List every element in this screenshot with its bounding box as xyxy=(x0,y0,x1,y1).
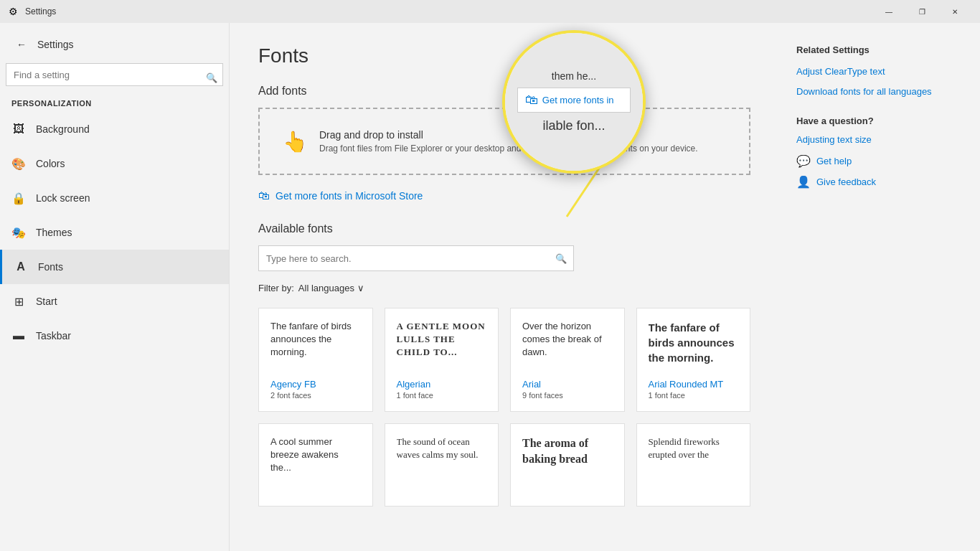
store-link-text: Get more fonts in Microsoft Store xyxy=(275,190,423,202)
sidebar-item-fonts[interactable]: A Fonts xyxy=(0,250,229,284)
font-card-arial-rounded[interactable]: The fanfare of birds announces the morni… xyxy=(636,308,751,412)
lock-icon: 🔒 xyxy=(11,191,26,205)
magnifier-line1: them he... xyxy=(552,70,596,82)
sidebar-item-taskbar[interactable]: ▬ Taskbar xyxy=(0,319,229,353)
give-feedback-icon: 👤 xyxy=(796,175,811,189)
give-feedback-item[interactable]: 👤 Give feedback xyxy=(796,175,963,189)
store-link[interactable]: 🛍 Get more fonts in Microsoft Store xyxy=(258,189,750,202)
app-container: ← Settings 🔍 Personalization 🖼 Backgroun… xyxy=(0,23,980,551)
font-card-agency-fb[interactable]: The fanfare of birds announces the morni… xyxy=(258,308,373,412)
back-button[interactable]: ← xyxy=(11,34,32,55)
settings-app-icon: ⚙ xyxy=(9,6,18,17)
font-card-row2-2[interactable]: The sound of ocean waves calms my soul. xyxy=(385,423,499,507)
adjust-cleartype-link[interactable]: Adjust ClearType text xyxy=(796,65,963,78)
sidebar-item-label: Background xyxy=(36,123,90,135)
sidebar-item-label: Fonts xyxy=(38,261,63,273)
adjusting-text-size-link[interactable]: Adjusting text size xyxy=(796,133,963,146)
sidebar-item-label: Start xyxy=(36,296,57,307)
title-bar: ⚙ Settings — ❐ ✕ xyxy=(0,0,980,23)
font-name-arial-rounded: Arial Rounded MT xyxy=(649,379,739,390)
sidebar-item-label: Lock screen xyxy=(36,192,90,204)
sidebar-item-colors[interactable]: 🎨 Colors xyxy=(0,146,229,181)
right-panel: Related Settings Adjust ClearType text D… xyxy=(779,23,980,551)
fonts-search-input[interactable] xyxy=(258,245,574,271)
search-input[interactable] xyxy=(6,63,223,86)
magnifier-content: them he... 🛍 Get more fonts in ilable fo… xyxy=(505,33,643,171)
font-faces-agency-fb: 2 font faces xyxy=(270,391,361,400)
font-card-row2-3[interactable]: The aroma of baking bread xyxy=(510,423,625,507)
search-box-container: 🔍 xyxy=(0,63,229,92)
font-name-arial: Arial xyxy=(522,379,613,390)
get-help-item[interactable]: 💬 Get help xyxy=(796,154,963,168)
fonts-search-container: 🔍 xyxy=(258,245,574,271)
sidebar-item-label: Colors xyxy=(36,158,65,169)
minimize-button[interactable]: — xyxy=(872,0,905,23)
sidebar-item-themes[interactable]: 🎭 Themes xyxy=(0,215,229,250)
drag-drop-icon: 👆 xyxy=(283,130,308,154)
get-help-label: Get help xyxy=(816,156,852,166)
download-fonts-link[interactable]: Download fonts for all languages xyxy=(796,85,963,98)
magnifier-line2: ilable fon... xyxy=(542,118,605,133)
fonts-icon: A xyxy=(14,260,28,274)
font-card-row2-1[interactable]: A cool summer breeze awakens the... xyxy=(258,423,373,507)
back-icon: ← xyxy=(17,39,27,50)
page-title: Fonts xyxy=(258,44,750,67)
title-bar-title: Settings xyxy=(25,6,56,17)
font-faces-algerian: 1 font face xyxy=(397,391,487,400)
sidebar-item-background[interactable]: 🖼 Background xyxy=(0,112,229,146)
font-faces-arial-rounded: 1 font face xyxy=(649,391,739,400)
drag-drop-sub-text: Drag font files from File Explorer or yo… xyxy=(319,143,698,154)
filter-dropdown[interactable]: All languages ∨ xyxy=(298,283,364,293)
font-card-arial[interactable]: Over the horizon comes the break of dawn… xyxy=(510,308,625,412)
font-preview-algerian: A GENTLE MOON LULLS THE CHILD TO... xyxy=(397,320,487,370)
magnifier-store-icon: 🛍 xyxy=(525,93,538,108)
font-preview-agency-fb: The fanfare of birds announces the morni… xyxy=(270,320,361,370)
font-preview-arial: Over the horizon comes the break of dawn… xyxy=(522,320,613,370)
font-card-algerian[interactable]: A GENTLE MOON LULLS THE CHILD TO... Alge… xyxy=(385,308,499,412)
chevron-down-icon: ∨ xyxy=(357,283,364,293)
font-name-algerian: Algerian xyxy=(397,379,487,390)
sidebar-item-start[interactable]: ⊞ Start xyxy=(0,284,229,319)
fonts-grid: The fanfare of birds announces the morni… xyxy=(258,308,750,507)
filter-row: Filter by: All languages ∨ xyxy=(258,283,750,293)
background-icon: 🖼 xyxy=(11,122,26,136)
font-preview-arial-rounded: The fanfare of birds announces the morni… xyxy=(649,320,739,370)
sidebar-item-lock-screen[interactable]: 🔒 Lock screen xyxy=(0,181,229,215)
maximize-button[interactable]: ❐ xyxy=(905,0,938,23)
font-preview-row2-1: A cool summer breeze awakens the... xyxy=(270,435,361,486)
available-fonts-title: Available fonts xyxy=(258,222,750,235)
magnifier-store-text: Get more fonts in xyxy=(542,95,614,105)
font-preview-row2-4: Splendid fireworks erupted over the xyxy=(649,435,739,486)
font-faces-arial: 9 font faces xyxy=(522,391,613,400)
personalization-label: Personalization xyxy=(0,92,229,112)
colors-icon: 🎨 xyxy=(11,156,26,171)
title-bar-left: ⚙ Settings xyxy=(9,6,56,17)
filter-label: Filter by: xyxy=(258,283,294,293)
sidebar-nav-top: ← Settings xyxy=(0,29,229,60)
filter-value: All languages xyxy=(298,283,354,293)
main-content: Fonts Add fonts 👆 Drag and drop to insta… xyxy=(230,23,779,551)
font-preview-row2-3: The aroma of baking bread xyxy=(522,435,613,486)
have-question-title: Have a question? xyxy=(796,116,963,126)
sidebar: ← Settings 🔍 Personalization 🖼 Backgroun… xyxy=(0,23,230,551)
taskbar-icon: ▬ xyxy=(11,329,26,343)
magnifier-store-link: 🛍 Get more fonts in xyxy=(517,88,631,113)
sidebar-item-label: Themes xyxy=(36,227,72,238)
font-preview-row2-2: The sound of ocean waves calms my soul. xyxy=(397,435,487,486)
close-button[interactable]: ✕ xyxy=(938,0,971,23)
magnifier-overlay: them he... 🛍 Get more fonts in ilable fo… xyxy=(502,30,646,174)
themes-icon: 🎭 xyxy=(11,225,26,240)
settings-title: Settings xyxy=(37,39,74,50)
get-help-icon: 💬 xyxy=(796,154,811,168)
sidebar-item-label: Taskbar xyxy=(36,330,71,342)
store-icon: 🛍 xyxy=(258,189,270,202)
title-bar-controls: — ❐ ✕ xyxy=(872,0,971,23)
font-card-row2-4[interactable]: Splendid fireworks erupted over the xyxy=(636,423,751,507)
start-icon: ⊞ xyxy=(11,294,26,309)
related-settings-title: Related Settings xyxy=(796,44,963,55)
give-feedback-label: Give feedback xyxy=(816,176,876,187)
font-name-agency-fb: Agency FB xyxy=(270,379,361,390)
